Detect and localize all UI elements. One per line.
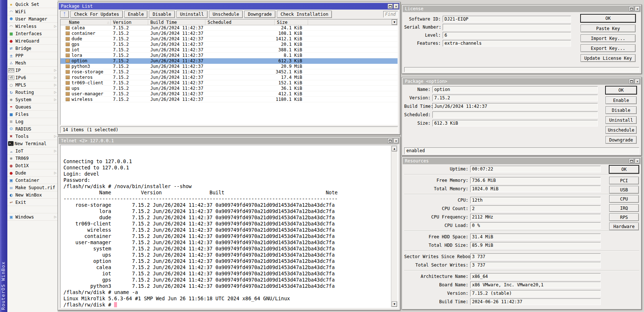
sidebar-item-mesh[interactable]: ∴Mesh [7,59,58,67]
table-row-routeros[interactable]: routeros7.15.2Jun/26/2024 11:42:3717.4 M… [61,75,398,80]
field-name[interactable]: option [432,86,598,93]
ok-button[interactable]: OK [581,14,636,22]
sidebar-item-wireless[interactable]: ◠Wireless▷ [7,23,58,30]
column-select-icon[interactable]: ▼ [392,19,397,25]
scroll-down-icon[interactable]: ▼ [392,301,397,307]
field-serial-number[interactable] [443,24,571,30]
toolbar-button-check-installation[interactable]: Check Installation [277,11,332,18]
field-build-time[interactable]: 2024-06-26 11:42:37 [470,298,601,305]
sidebar-item-radius[interactable]: ☺RADIUS [7,125,58,133]
table-row-container[interactable]: container7.15.2Jun/26/2024 11:42:37108.1… [61,31,398,36]
uninstall-button[interactable]: Uninstall [605,116,637,124]
table-row-user-manager[interactable]: user-manager7.15.2Jun/26/2024 11:42:3741… [61,91,398,97]
toolbar-button-check-for-updates[interactable]: Check For Updates [70,11,123,18]
toolbar-button-uninstall[interactable]: Uninstall [176,11,208,18]
field-total-memory[interactable]: 1024.0 MiB [470,186,601,192]
resources-titlebar[interactable]: Resources × [403,158,641,164]
field-cpu-frequency[interactable]: 2112 MHz [470,214,601,220]
table-row-calea[interactable]: calea7.15.2Jun/26/2024 11:42:3724.1 KiB [61,25,398,31]
irq-button[interactable]: IRQ [609,204,639,212]
ok-button[interactable]: OK [605,86,637,94]
package-option-titlebar[interactable]: Package <option> × [403,78,641,85]
sidebar-item-mpls[interactable]: ○MPLS▷ [7,81,58,89]
field-software-id[interactable]: DJ21-EIQP [443,16,571,22]
maximize-icon[interactable] [629,158,634,164]
hardware-button[interactable]: Hardware [609,223,639,230]
sidebar-item-system[interactable]: ✱System▷ [7,96,58,103]
scroll-up-icon[interactable]: ▲ [392,146,397,151]
sidebar-item-log[interactable]: ≡Log [7,118,58,125]
rps-button[interactable]: RPS [609,213,639,221]
field-architecture-name[interactable]: x86_64 [470,273,601,280]
table-row-iot[interactable]: iot7.15.2Jun/26/2024 11:42:37388.1 KiB [61,47,398,53]
export-key-button[interactable]: Export Key... [581,44,636,52]
table-row-lora[interactable]: lora7.15.2Jun/26/2024 11:42:378.1 KiB [61,53,398,58]
sidebar-item-iot[interactable]: ☁IoT▷ [7,147,58,155]
filter-button[interactable] [60,11,69,18]
table-row-option[interactable]: option7.15.2Jun/26/2024 11:42:37612.3 Ki… [61,58,398,64]
usb-button[interactable]: USB [609,186,639,194]
column-header-version[interactable]: Version [111,19,148,25]
field-free-hdd-space[interactable]: 31.4 MiB [470,234,601,240]
sidebar-item-tr069[interactable]: ✱TR069 [7,155,58,162]
close-icon[interactable]: × [635,79,640,84]
close-icon[interactable]: × [394,4,399,9]
ok-button[interactable]: OK [609,165,639,173]
update-license-key-button[interactable]: Update License Key [581,54,636,62]
terminal-scrollbar[interactable]: ▲ ▼ [391,146,397,307]
pci-button[interactable]: PCI [609,177,639,184]
field-uptime[interactable]: 00:07:22 [470,166,601,172]
maximize-icon[interactable] [629,6,634,11]
paste-key-button[interactable]: Paste Key [581,25,636,32]
terminal-area[interactable]: Connecting to 127.0.0.1 Connected to 127… [60,145,398,308]
disable-button[interactable]: Disable [605,106,637,114]
column-header-name[interactable]: Name△ [61,19,111,25]
toolbar-button-disable[interactable]: Disable [149,11,175,18]
field-total-hdd-size[interactable]: 85.9 MiB [470,242,601,249]
sidebar-item-files[interactable]: ■Files [7,111,58,118]
find-input[interactable]: Find [383,11,398,18]
close-icon[interactable]: × [635,158,640,164]
column-header-size[interactable]: Size [275,19,308,25]
telnet-titlebar[interactable]: Telnet <2> 127.0.0.1 × [59,137,399,144]
column-header-scheduled[interactable]: Scheduled [205,19,275,25]
field-scheduled[interactable] [432,111,598,118]
toolbar-button-unschedule[interactable]: Unschedule [209,11,243,18]
package-list-titlebar[interactable]: Package List × [59,3,399,10]
enable-button[interactable]: Enable [605,96,637,104]
sidebar-item-ppp[interactable]: ±PPP [7,52,58,59]
sidebar-item-quick-set[interactable]: ★Quick Set [7,1,58,8]
sidebar-item-interfaces[interactable]: ▦Interfaces [7,30,58,37]
table-row-ups[interactable]: ups7.15.2Jun/26/2024 11:42:3736.1 KiB [61,86,398,91]
sidebar-item-new-terminal[interactable]: >_New Terminal [7,140,58,147]
field-version[interactable]: 7.15.2 (stable) [470,290,601,297]
sidebar-item-bridge[interactable]: ⇄Bridge [7,45,58,52]
import-key-button[interactable]: Import Key... [581,34,636,42]
toolbar-button-downgrade[interactable]: Downgrade [244,11,275,18]
table-row-rose-storage[interactable]: rose-storage7.15.2Jun/26/2024 11:42:3734… [61,69,398,75]
license-titlebar[interactable]: License × [403,5,641,12]
sidebar-item-container[interactable]: ▣Container [7,177,58,184]
field-build-time[interactable]: Jun/26/2024 11:42:37 [432,103,598,110]
sidebar-item-tools[interactable]: ✖Tools▷ [7,133,58,140]
maximize-icon[interactable] [388,138,393,143]
field-cpu-count[interactable]: 2 [470,205,601,212]
sidebar-item-exit[interactable]: ↩Exit [7,199,58,206]
field-cpu-load[interactable]: 0 % [470,222,601,229]
field-features[interactable]: extra-channels [443,40,571,47]
sidebar-item-ip[interactable]: 255IP▷ [7,67,58,74]
sidebar-item-user-manager[interactable]: ☻User Manager [7,15,58,23]
table-row-gps[interactable]: gps7.15.2Jun/26/2024 11:42:3720.1 KiB [61,42,398,47]
cpu-button[interactable]: CPU [609,195,639,203]
table-row-wireless[interactable]: wireless7.15.2Jun/26/2024 11:42:371180.1… [61,97,398,102]
field-free-memory[interactable]: 736.6 MiB [470,177,601,184]
field-level[interactable]: 6 [443,32,571,38]
field-sector-writes-since-reboot[interactable]: 3 737 [470,253,601,260]
maximize-icon[interactable] [388,4,393,9]
sidebar-item-queues[interactable]: ☂Queues [7,103,58,111]
sidebar-item-wifi[interactable]: ◠WiFi [7,8,58,15]
table-row-tr069-client[interactable]: tr069-client7.15.2Jun/26/2024 11:42:3715… [61,80,398,86]
sidebar-item-windows[interactable]: ▣Windows▷ [7,213,58,221]
maximize-icon[interactable] [629,79,634,84]
sidebar-item-wireguard[interactable]: ●WireGuard [7,37,58,45]
